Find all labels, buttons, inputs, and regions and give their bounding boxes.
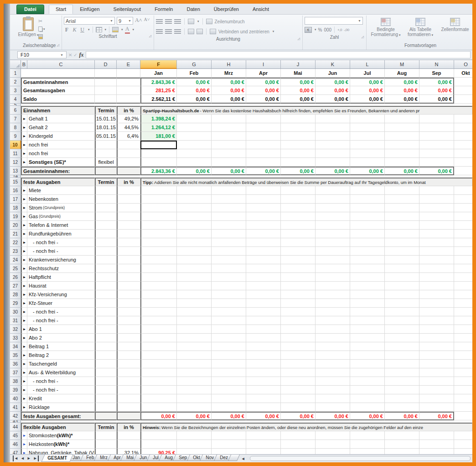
arrow-icon[interactable]: ► <box>21 386 27 394</box>
italic-button[interactable]: K <box>72 26 78 33</box>
grid-cell[interactable] <box>177 230 212 238</box>
grid-cell[interactable] <box>316 299 350 308</box>
grid-cell[interactable] <box>454 115 472 123</box>
grid-cell[interactable] <box>281 403 316 412</box>
termin-cell[interactable] <box>95 431 117 440</box>
value-cell[interactable]: 181,00 € <box>140 132 177 141</box>
grid-cell[interactable] <box>350 158 385 167</box>
grid-cell[interactable] <box>454 141 472 149</box>
grid-cell[interactable] <box>281 247 316 256</box>
grid-cell[interactable] <box>281 273 316 282</box>
grid-cell[interactable] <box>454 440 472 449</box>
grid-cell[interactable] <box>385 308 419 316</box>
percent-cell[interactable]: 49,2% <box>117 115 140 123</box>
align-left-icon[interactable] <box>156 29 163 34</box>
grid-cell[interactable] <box>281 431 316 440</box>
percent-style-icon[interactable]: % <box>318 27 322 32</box>
grid-cell[interactable] <box>350 342 385 351</box>
percent-cell[interactable] <box>117 351 140 360</box>
grid-cell[interactable] <box>454 325 472 334</box>
arrow-icon[interactable]: ► <box>21 308 27 316</box>
grid-cell[interactable] <box>316 386 350 394</box>
arrow-icon[interactable]: ► <box>21 264 27 273</box>
grid-cell[interactable] <box>350 221 385 230</box>
grid-cell[interactable] <box>177 264 212 273</box>
grid-cell[interactable] <box>350 238 385 247</box>
item-label[interactable]: Haftpflicht <box>27 273 95 282</box>
row-header-22[interactable]: 22 <box>10 238 21 247</box>
total-value[interactable]: 0,00 € <box>281 167 316 175</box>
termin-cell[interactable] <box>95 264 117 273</box>
grid-cell[interactable] <box>212 308 246 316</box>
grid-cell[interactable] <box>385 158 419 167</box>
grid-cell[interactable] <box>419 212 454 221</box>
value-cell[interactable] <box>140 282 177 290</box>
grid-cell[interactable] <box>385 290 419 299</box>
grid-cell[interactable] <box>177 186 212 195</box>
grid-cell[interactable] <box>281 290 316 299</box>
grid-cell[interactable] <box>419 368 454 377</box>
grid-cell[interactable] <box>316 431 350 440</box>
arrow-icon[interactable]: ► <box>21 360 27 368</box>
name-box[interactable]: F10▼ <box>17 51 67 58</box>
row-header-29[interactable]: 29 <box>10 299 21 308</box>
grid-cell[interactable] <box>246 440 281 449</box>
total-value[interactable]: 0,00 € <box>140 412 177 420</box>
grid-cell[interactable] <box>212 316 246 325</box>
grid-cell[interactable] <box>177 360 212 368</box>
row-header-31[interactable]: 31 <box>10 316 21 325</box>
summary-value[interactable]: 0,00 € <box>177 95 212 104</box>
grid-cell[interactable] <box>385 351 419 360</box>
value-cell[interactable] <box>140 299 177 308</box>
grid-cell[interactable] <box>316 186 350 195</box>
grid-cell[interactable] <box>177 195 212 204</box>
grid-cell[interactable] <box>281 342 316 351</box>
percent-cell[interactable] <box>117 440 140 449</box>
grid-cell[interactable] <box>212 212 246 221</box>
termin-header[interactable]: Termin <box>95 423 117 431</box>
termin-cell[interactable] <box>95 368 117 377</box>
grid-cell[interactable] <box>212 342 246 351</box>
value-cell[interactable] <box>140 256 177 264</box>
row-header-33[interactable]: 33 <box>10 334 21 342</box>
grid-cell[interactable] <box>316 440 350 449</box>
percent-cell[interactable] <box>117 360 140 368</box>
percent-cell[interactable]: 6,4% <box>117 132 140 141</box>
percent-cell[interactable]: 44,5% <box>117 123 140 132</box>
insert-function-icon[interactable]: fx <box>79 52 84 58</box>
grid-cell[interactable] <box>212 325 246 334</box>
value-cell[interactable] <box>140 316 177 325</box>
grid-cell[interactable] <box>117 78 140 86</box>
total-value[interactable]: 0,00 € <box>177 167 212 175</box>
value-cell[interactable] <box>140 351 177 360</box>
row-header-18[interactable]: 18 <box>10 204 21 212</box>
value-cell[interactable] <box>140 221 177 230</box>
summary-value[interactable]: 0,00 € <box>246 78 281 86</box>
grid-cell[interactable] <box>350 204 385 212</box>
grid-cell[interactable] <box>454 290 472 299</box>
value-cell[interactable] <box>140 308 177 316</box>
grid-cell[interactable] <box>246 238 281 247</box>
grid-cell[interactable] <box>246 334 281 342</box>
grid-cell[interactable] <box>419 299 454 308</box>
termin-cell[interactable] <box>95 204 117 212</box>
termin-cell[interactable] <box>95 273 117 282</box>
termin-cell[interactable] <box>95 360 117 368</box>
termin-cell[interactable]: 18.01.15 <box>95 123 117 132</box>
grid-cell[interactable] <box>419 247 454 256</box>
arrow-icon[interactable]: ► <box>21 158 27 167</box>
value-cell[interactable] <box>140 377 177 386</box>
grid-cell[interactable] <box>419 316 454 325</box>
grid-cell[interactable] <box>385 368 419 377</box>
termin-cell[interactable] <box>95 290 117 299</box>
grid-cell[interactable] <box>212 299 246 308</box>
arrow-icon[interactable]: ► <box>21 290 27 299</box>
grid-cell[interactable] <box>454 132 472 141</box>
font-family-select[interactable]: Arial▼ <box>64 17 115 25</box>
row-header-23[interactable]: 23 <box>10 247 21 256</box>
align-center-icon[interactable] <box>165 29 172 34</box>
termin-cell[interactable] <box>95 195 117 204</box>
grid-cell[interactable] <box>246 377 281 386</box>
grid-cell[interactable] <box>246 195 281 204</box>
row-header-20[interactable]: 20 <box>10 221 21 230</box>
